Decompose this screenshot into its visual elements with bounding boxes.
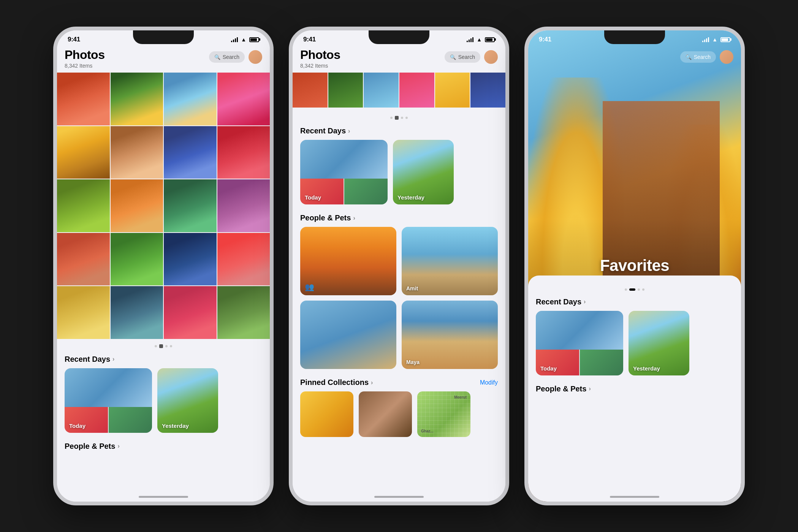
recent-days-row-3: Today Yesterday — [528, 311, 741, 382]
photo-cell[interactable] — [217, 286, 270, 339]
yesterday-label-2: Yesterday — [397, 194, 424, 201]
status-time-3: 9:41 — [539, 36, 551, 43]
photo-cell[interactable] — [164, 233, 217, 286]
dot[interactable] — [170, 345, 172, 347]
photo-cell[interactable] — [164, 179, 217, 232]
photo-cell[interactable] — [111, 233, 163, 286]
chevron-icon: › — [353, 215, 355, 222]
search-icon-1: 🔍 — [214, 54, 220, 60]
phone-frame-2: 9:41 ▲ Photos — [289, 27, 509, 505]
photo-cell[interactable] — [364, 73, 399, 108]
search-button-2[interactable]: 🔍 Search — [445, 51, 480, 63]
photo-cell[interactable] — [470, 73, 505, 108]
today-label-1: Today — [69, 423, 86, 429]
dot[interactable] — [390, 117, 393, 119]
photo-cell[interactable] — [217, 73, 270, 125]
status-bar-1: 9:41 ▲ — [57, 30, 270, 46]
photo-cell[interactable] — [435, 73, 470, 108]
yesterday-card-2[interactable]: Yesterday — [393, 140, 454, 204]
page-dots-2 — [293, 111, 505, 124]
dot[interactable] — [625, 288, 627, 291]
recent-days-row-2: Today Yesterday — [293, 140, 505, 211]
photo-cell[interactable] — [111, 286, 163, 339]
phone-frame-3: 9:41 ▲ 🔍 — [524, 27, 745, 505]
yesterday-card-1[interactable]: Yesterday — [157, 368, 218, 433]
search-button-1[interactable]: 🔍 Search — [209, 51, 245, 63]
header-actions-3: 🔍 Search — [680, 50, 733, 64]
dot[interactable] — [159, 344, 163, 348]
phone-screen-3: 9:41 ▲ 🔍 — [528, 30, 741, 502]
signal-icon-1 — [231, 37, 238, 42]
dot[interactable] — [642, 288, 644, 291]
photo-cell[interactable] — [399, 73, 434, 108]
avatar-2[interactable] — [484, 50, 498, 64]
dot[interactable] — [629, 288, 635, 291]
pinned-card-map[interactable]: Meerut Ghaz... — [417, 391, 470, 437]
photo-cell[interactable] — [111, 126, 163, 179]
today-label-3: Today — [540, 365, 557, 372]
photo-cell[interactable] — [57, 233, 110, 286]
section-title-pinned-2[interactable]: Pinned Collections › — [300, 378, 373, 387]
dot[interactable] — [155, 345, 157, 347]
dot[interactable] — [405, 117, 408, 119]
section-title-people-2[interactable]: People & Pets › — [300, 214, 355, 222]
photo-cell[interactable] — [57, 73, 110, 125]
today-card-2[interactable]: Today — [300, 140, 388, 204]
photo-cell[interactable] — [57, 179, 110, 232]
photo-cell[interactable] — [293, 73, 328, 108]
photo-cell[interactable] — [217, 233, 270, 286]
section-title-people-3[interactable]: People & Pets › — [536, 385, 591, 393]
photo-strip-2 — [293, 73, 505, 111]
pinned-card-2[interactable] — [359, 391, 412, 437]
mute-button — [289, 99, 290, 122]
photo-cell[interactable] — [164, 126, 217, 179]
section-title-recent-1[interactable]: Recent Days › — [65, 355, 114, 364]
dot[interactable] — [638, 288, 640, 291]
pinned-row-2: Meerut Ghaz... — [293, 391, 505, 441]
volume-up-button — [289, 129, 290, 163]
section-title-people-1[interactable]: People & Pets › — [65, 442, 120, 451]
person-card-group[interactable]: 👥 — [300, 227, 396, 295]
app-header-2: Photos 8,342 Items 🔍 Search — [293, 46, 505, 73]
today-card-1[interactable]: Today — [65, 368, 152, 433]
person-card-unnamed[interactable] — [300, 301, 396, 369]
mute-button — [524, 99, 525, 122]
person-card-amit[interactable]: Amit — [402, 227, 498, 295]
app-subtitle-2: 8,342 Items — [300, 63, 340, 69]
photo-cell[interactable] — [328, 73, 363, 108]
phone3-bottom-panel: Recent Days › Today — [528, 276, 741, 502]
person-card-maya[interactable]: Maya — [402, 301, 498, 369]
section-title-recent-3[interactable]: Recent Days › — [536, 298, 586, 306]
dot[interactable] — [165, 345, 168, 347]
chevron-icon: › — [589, 385, 591, 392]
modify-button[interactable]: Modify — [480, 379, 498, 386]
status-bar-2: 9:41 ▲ — [293, 30, 505, 46]
photo-cell[interactable] — [164, 286, 217, 339]
power-button — [273, 129, 274, 179]
dot[interactable] — [401, 117, 403, 119]
photo-cell[interactable] — [57, 126, 110, 179]
volume-down-button — [53, 171, 54, 205]
avatar-3[interactable] — [720, 50, 733, 64]
photo-cell[interactable] — [111, 179, 163, 232]
photo-cell[interactable] — [111, 73, 163, 125]
app-header-3: 🔍 Search — [528, 46, 741, 68]
section-title-recent-2[interactable]: Recent Days › — [300, 127, 350, 135]
pinned-card-flowers[interactable] — [300, 391, 353, 437]
status-time-2: 9:41 — [303, 36, 316, 43]
avatar-1[interactable] — [249, 50, 262, 64]
photo-cell[interactable] — [164, 73, 217, 125]
page-dots-1 — [57, 339, 270, 352]
chevron-icon: › — [348, 128, 350, 135]
photo-cell[interactable] — [57, 286, 110, 339]
photo-cell[interactable] — [217, 126, 270, 179]
yesterday-card-3[interactable]: Yesterday — [629, 311, 689, 375]
search-button-3[interactable]: 🔍 Search — [680, 51, 716, 63]
dot[interactable] — [395, 116, 399, 120]
today-card-3[interactable]: Today — [536, 311, 623, 375]
power-button — [508, 129, 509, 179]
photo-cell[interactable] — [217, 179, 270, 232]
page-dots-3 — [528, 283, 741, 294]
battery-icon-1 — [249, 37, 259, 42]
status-icons-2: ▲ — [467, 36, 495, 43]
